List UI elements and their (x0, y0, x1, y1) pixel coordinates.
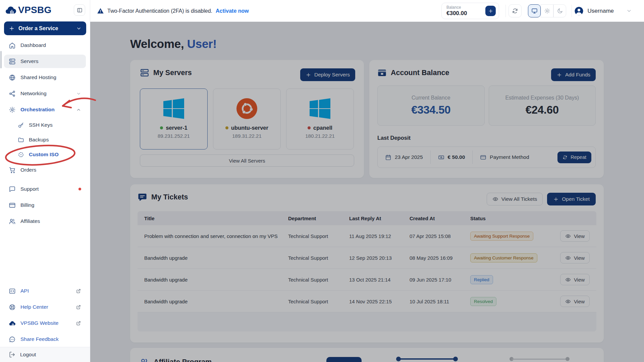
globe-icon (9, 74, 16, 81)
view-ticket-button[interactable]: View (560, 252, 590, 263)
sidebar-item-support[interactable]: Support (4, 182, 86, 196)
server-ip: 89.231.252.21 (158, 133, 190, 139)
eye-icon (565, 233, 571, 239)
sidebar-item-custom-iso[interactable]: Custom ISO (13, 148, 86, 161)
status-dot-online (160, 126, 163, 129)
add-funds-button[interactable]: Add Funds (551, 68, 596, 81)
vpsbg-dashboard: VPSBG Order a Service Dashboard Servers … (0, 0, 644, 362)
estimated-expenses-box: Estimated Expenses (30 Days) €24.60 (489, 85, 596, 126)
plus-icon (556, 72, 562, 78)
user-menu[interactable]: Username (574, 0, 632, 22)
sidebar-item-help-center[interactable]: Help Center (4, 300, 86, 314)
deposit-payment-method: Payment Method (473, 151, 555, 163)
server-icon (140, 68, 149, 77)
card-title: My Servers (153, 69, 192, 77)
refresh-button[interactable] (508, 4, 522, 17)
eye-icon (565, 277, 571, 283)
vpsbg-logo[interactable]: VPSBG (5, 4, 52, 16)
ticket-created: 10 Jul 2025 18:11 (410, 299, 470, 304)
server-tile-cpanell[interactable]: cpanell 180.21.22.21 (286, 88, 354, 149)
page-title: Welcome, User! (130, 37, 604, 51)
current-balance-value: €334.50 (411, 104, 450, 116)
folder-icon (18, 137, 24, 143)
calendar-icon (385, 154, 391, 161)
ticket-last-reply: 13 Oct 2025 21:14 (349, 277, 410, 283)
sidebar-item-vpsbg-website[interactable]: VPSBG Website (4, 316, 86, 330)
sidebar-item-share-feedback[interactable]: Share Feedback (4, 333, 86, 346)
table-row: Bandwidth upgrade Technical Support 14 N… (138, 291, 596, 312)
chevron-down-icon (76, 26, 82, 31)
view-ticket-button[interactable]: View (560, 296, 590, 307)
status-badge: Replied (470, 275, 493, 284)
sidebar-item-dashboard[interactable]: Dashboard (4, 39, 86, 52)
sidebar-item-ssh-keys[interactable]: SSH Keys (13, 118, 86, 132)
deploy-servers-button[interactable]: Deploy Servers (300, 68, 355, 81)
account-balance-card: Account Balance Add Funds Current Balanc… (369, 60, 604, 178)
order-service-button[interactable]: Order a Service (4, 21, 86, 35)
ticket-department: Technical Support (288, 277, 349, 283)
sidebar-item-label: Shared Hosting (20, 74, 56, 80)
ticket-title: Bandwidth upgrade (144, 277, 288, 283)
moon-icon (557, 8, 563, 14)
sidebar-item-label: Support (20, 186, 39, 192)
activate-2fa-link[interactable]: Activate now (216, 8, 249, 14)
theme-dark-button[interactable] (553, 4, 566, 17)
ticket-last-reply: 14 Nov 2025 22:15 (349, 299, 410, 304)
view-all-tickets-button[interactable]: View All Tickets (487, 193, 543, 205)
chevron-down-icon (626, 8, 632, 14)
sidebar-item-api[interactable]: API (4, 284, 86, 298)
stepper-line-active (398, 358, 455, 360)
card-title: My Tickets (151, 193, 188, 201)
sidebar-item-affiliates[interactable]: Affiliates (4, 215, 86, 228)
view-ticket-button[interactable]: View (560, 230, 590, 242)
view-all-servers-button[interactable]: View All Servers (140, 155, 354, 167)
status-dot-idle (225, 126, 228, 129)
sidebar-item-label: Affiliates (20, 218, 40, 224)
repeat-deposit-button[interactable]: Repeat (557, 152, 591, 163)
home-icon (9, 42, 16, 49)
sidebar-item-logout[interactable]: Logout (0, 347, 90, 362)
estimated-expenses-label: Estimated Expenses (30 Days) (505, 95, 579, 101)
sidebar-item-label: Dashboard (20, 42, 46, 48)
sidebar-item-label: Orchestration (20, 107, 55, 113)
cloud-logo-icon (5, 4, 17, 16)
sidebar-item-shared-hosting[interactable]: Shared Hosting (4, 71, 86, 84)
stepper-dot[interactable] (566, 357, 570, 361)
sidebar-item-billing[interactable]: Billing (4, 198, 86, 212)
windows-logo-icon (163, 98, 184, 119)
open-ticket-button[interactable]: Open Ticket (547, 193, 596, 205)
welcome-username: User! (187, 37, 217, 50)
theme-light-button[interactable] (541, 4, 553, 17)
estimated-expenses-value: €24.60 (526, 104, 559, 116)
chat-icon (9, 186, 16, 193)
sidebar-item-label: Backups (29, 137, 49, 143)
add-balance-button[interactable] (485, 6, 496, 16)
eye-icon (565, 299, 571, 304)
sidebar-item-orchestration[interactable]: Orchestration (4, 103, 86, 116)
sidebar-item-orders[interactable]: Orders (4, 163, 86, 177)
sidebar-item-backups[interactable]: Backups (13, 133, 86, 146)
sidebar-item-servers[interactable]: Servers (4, 55, 86, 68)
server-ip: 180.21.22.21 (305, 133, 335, 139)
ticket-last-reply: 12 Sep 2025 20:13 (349, 255, 410, 261)
ticket-chat-icon (138, 192, 147, 202)
server-tile-ubuntu-server[interactable]: ubuntu-server 189.31.22.21 (213, 88, 281, 149)
users-icon (9, 218, 16, 225)
balance-widget: Balance €300.00 (441, 3, 499, 19)
affiliate-card: Affiliate Program (130, 348, 604, 362)
status-badge: Awaiting Customer Response (470, 253, 537, 262)
server-tile-server-1[interactable]: server-1 89.231.252.21 (140, 88, 208, 149)
view-ticket-button[interactable]: View (560, 274, 590, 285)
sidebar-scrollbar-thumb[interactable] (0, 51, 2, 68)
sidebar-item-label: Custom ISO (29, 152, 59, 158)
sidebar-collapse-button[interactable] (74, 4, 85, 16)
external-link-icon (76, 288, 81, 294)
stepper-dot-active[interactable] (453, 357, 458, 361)
comment-dots-icon (9, 336, 16, 343)
status-badge: Awaiting Support Response (470, 232, 533, 241)
current-balance-box: Current Balance €334.50 (377, 85, 485, 126)
tickets-table: Title Department Last Reply At Created A… (138, 211, 596, 331)
external-link-icon (76, 320, 81, 326)
theme-system-button[interactable] (528, 4, 541, 17)
sidebar-item-networking[interactable]: Networking (4, 87, 86, 100)
